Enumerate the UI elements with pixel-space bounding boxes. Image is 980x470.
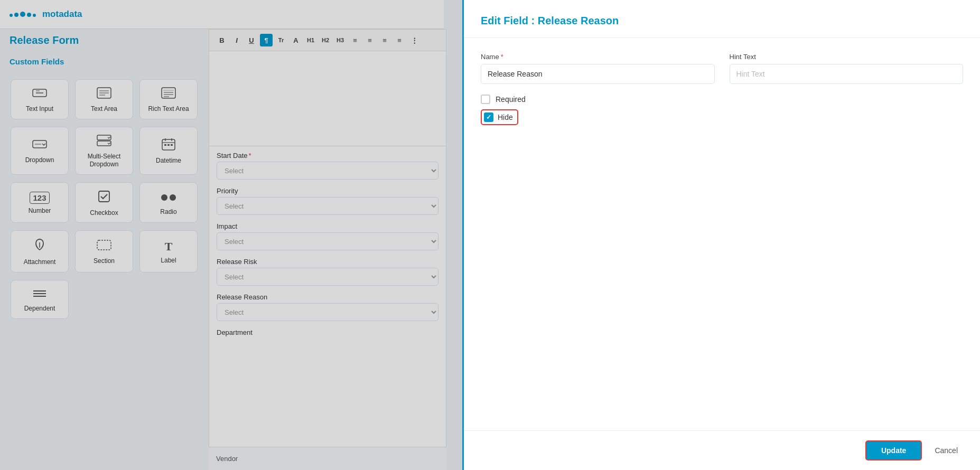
hide-checkbox-label: Hide	[498, 113, 513, 121]
hide-checkbox-wrapper: Hide	[481, 109, 518, 125]
update-button[interactable]: Update	[865, 440, 922, 460]
modal-name-required-star: *	[501, 53, 503, 61]
cancel-button[interactable]: Cancel	[929, 441, 963, 459]
required-checkbox-label: Required	[496, 95, 526, 104]
modal-header: Edit Field : Release Reason	[464, 0, 980, 38]
modal-body: Name * Hint Text Required Hide	[464, 38, 980, 430]
hide-checkbox-row: Hide	[481, 109, 963, 125]
hide-checkbox[interactable]	[484, 112, 493, 122]
modal-name-label: Name	[481, 53, 499, 61]
edit-field-modal: Edit Field : Release Reason Name * Hint …	[462, 0, 980, 470]
modal-hint-field: Hint Text	[730, 53, 964, 84]
modal-hint-input[interactable]	[730, 64, 964, 84]
modal-name-field: Name *	[481, 53, 715, 84]
modal-title: Edit Field : Release Reason	[481, 15, 963, 27]
required-checkbox[interactable]	[481, 95, 490, 104]
modal-name-hint-row: Name * Hint Text	[481, 53, 963, 84]
modal-name-input[interactable]	[481, 64, 715, 84]
modal-hint-label: Hint Text	[730, 53, 756, 61]
required-checkbox-row: Required	[481, 95, 963, 104]
modal-footer: Update Cancel	[464, 430, 980, 470]
